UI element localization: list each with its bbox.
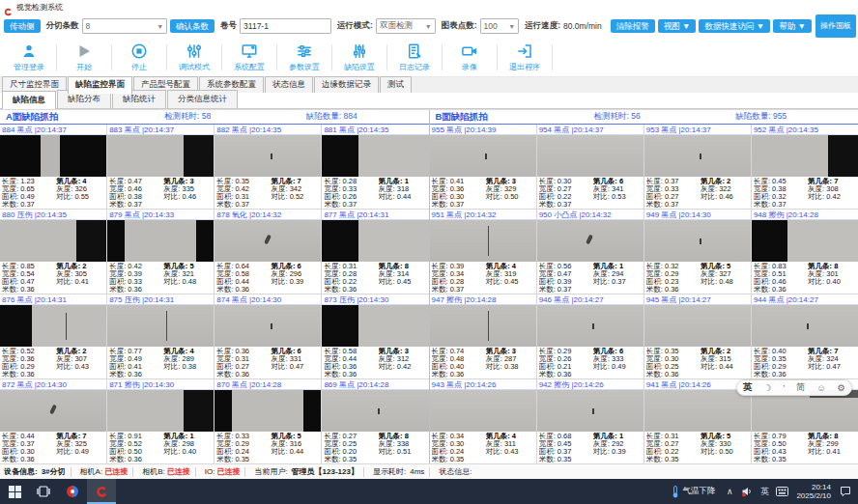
run-mode-select[interactable]: 双面检测▼ <box>376 18 436 34</box>
defect-thumbnail[interactable] <box>430 220 536 262</box>
defect-cell[interactable]: 881 黑点 |20:14:35 长度: 0.28宽度: 0.33面积: 0.2… <box>322 125 428 209</box>
keyboard-icon[interactable] <box>773 487 790 496</box>
quick-data-menu-button[interactable]: 数据快速访问 ▼ <box>699 19 770 34</box>
sub-tab-1[interactable]: 缺陷信息 <box>2 91 56 109</box>
defect-thumbnail[interactable] <box>644 220 751 262</box>
defect-cell[interactable]: 883 黑点 |20:14:37 长度: 0.47宽度: 0.46面积: 0.3… <box>107 125 214 209</box>
defect-thumbnail[interactable] <box>214 135 321 177</box>
ime-lang-toggle[interactable]: 英 <box>743 381 753 394</box>
defect-thumbnail[interactable] <box>537 135 644 177</box>
defect-cell[interactable]: 870 黑点 |20:14:28 长度: 0.33宽度: 0.29面积: 0.2… <box>214 379 321 463</box>
roll-number-input[interactable] <box>240 18 331 34</box>
defect-cell[interactable]: 942 擦伤 |20:14:26 长度: 0.68宽度: 0.45面积: 0.3… <box>537 379 644 463</box>
defect-cell[interactable]: 875 压伤 |20:14:31 长度: 0.77宽度: 0.49面积: 0.4… <box>107 294 214 378</box>
defect-cell[interactable]: 879 黑点 |20:14:33 长度: 0.42宽度: 0.39面积: 0.3… <box>107 210 214 294</box>
action-button-10[interactable]: 退出程序 <box>498 39 552 76</box>
defect-thumbnail[interactable] <box>107 390 214 432</box>
defect-thumbnail[interactable] <box>107 305 214 347</box>
defect-thumbnail[interactable] <box>322 390 428 432</box>
defect-cell[interactable]: 949 黑点 |20:14:30 长度: 0.32宽度: 0.29面积: 0.2… <box>644 210 751 294</box>
defect-cell[interactable]: 877 黑点 |20:14:31 长度: 0.31宽度: 0.28面积: 0.2… <box>322 210 428 294</box>
defect-cell[interactable]: 874 黑点 |20:14:30 长度: 0.36宽度: 0.31面积: 0.2… <box>214 294 321 378</box>
action-button-4[interactable]: 调试模式 <box>167 39 221 76</box>
defect-thumbnail[interactable] <box>430 135 536 177</box>
defect-thumbnail[interactable] <box>537 390 644 432</box>
defect-cell[interactable]: 954 黑点 |20:14:37 长度: 0.30宽度: 0.27面积: 0.2… <box>537 125 644 209</box>
defect-thumbnail[interactable] <box>752 220 858 262</box>
start-button[interactable] <box>0 479 29 504</box>
weather-widget[interactable]: 气温下降 <box>666 479 721 504</box>
notification-center-icon[interactable] <box>837 486 854 497</box>
defect-cell[interactable]: 948 擦伤 |20:14:28 长度: 0.83宽度: 0.51面积: 0.4… <box>752 210 858 294</box>
action-button-9[interactable]: 录像 <box>443 39 497 76</box>
defect-cell[interactable]: 872 黑点 |20:14:30 长度: 0.44宽度: 0.37面积: 0.3… <box>0 379 106 463</box>
action-button-3[interactable]: 停止 <box>112 39 166 76</box>
defect-thumbnail[interactable] <box>752 135 858 177</box>
defect-cell[interactable]: 876 黑点 |20:14:31 长度: 0.52宽度: 0.36面积: 0.2… <box>0 294 106 378</box>
defect-thumbnail[interactable] <box>537 305 644 347</box>
defect-cell[interactable]: 947 擦伤 |20:14:28 长度: 0.74宽度: 0.48面积: 0.4… <box>430 294 536 378</box>
defect-thumbnail[interactable] <box>0 390 106 432</box>
action-button-5[interactable]: 系统配置 <box>222 39 276 76</box>
taskbar-app-icon[interactable] <box>58 479 87 504</box>
main-tab-2[interactable]: 缺陷监控界面 <box>68 76 132 94</box>
sub-tab-4[interactable]: 分类信息统计 <box>167 90 238 108</box>
defect-cell[interactable]: 871 擦伤 |20:14:30 长度: 0.91宽度: 0.52面积: 0.5… <box>107 379 214 463</box>
defect-thumbnail[interactable] <box>107 220 214 262</box>
defect-thumbnail[interactable] <box>0 135 106 177</box>
action-button-6[interactable]: 参数设置 <box>277 39 331 76</box>
defect-thumbnail[interactable] <box>322 220 428 262</box>
defect-thumbnail[interactable] <box>430 390 536 432</box>
defect-thumbnail[interactable] <box>644 305 751 347</box>
defect-cell[interactable]: 945 黑点 |20:14:27 长度: 0.35宽度: 0.30面积: 0.2… <box>644 294 751 378</box>
ime-punct-toggle[interactable]: ’ <box>783 382 785 393</box>
chart-points-select[interactable]: 100▼ <box>480 18 520 34</box>
action-button-1[interactable]: 管理登录 <box>2 39 56 76</box>
defect-cell[interactable]: 951 黑点 |20:14:32 长度: 0.39宽度: 0.34面积: 0.2… <box>430 210 536 294</box>
action-button-7[interactable]: 缺陷设置 <box>332 39 386 76</box>
ime-moon-icon[interactable]: ☽ <box>763 382 772 393</box>
defect-thumbnail[interactable] <box>0 305 106 347</box>
ime-language-indicator[interactable]: 英 <box>756 486 773 498</box>
ime-toolbar[interactable]: 英☽’简☺⚙ <box>736 379 852 396</box>
main-tab-6[interactable]: 边缘数据记录 <box>314 76 379 93</box>
operation-panel-button[interactable]: 操作面板 <box>815 14 856 38</box>
action-button-2[interactable]: 开始 <box>57 39 111 76</box>
task-view-button[interactable] <box>29 479 58 504</box>
defect-cell[interactable]: 952 黑点 |20:14:35 长度: 0.45宽度: 0.38面积: 0.3… <box>752 125 858 209</box>
ime-simplified-toggle[interactable]: 简 <box>796 381 806 394</box>
defect-cell[interactable]: 944 黑点 |20:14:27 长度: 0.40宽度: 0.35面积: 0.2… <box>752 294 858 378</box>
defect-cell[interactable]: 946 黑点 |20:14:27 长度: 0.29宽度: 0.26面积: 0.2… <box>537 294 644 378</box>
defect-cell[interactable]: 880 压伤 |20:14:35 长度: 0.85宽度: 0.54面积: 0.4… <box>0 210 106 294</box>
defect-cell[interactable]: 941 黑点 |20:14:26 长度: 0.31宽度: 0.27面积: 0.2… <box>644 379 751 463</box>
defect-thumbnail[interactable] <box>430 305 536 347</box>
defect-thumbnail[interactable] <box>214 390 321 432</box>
defect-thumbnail[interactable] <box>0 220 106 262</box>
defect-cell[interactable]: 943 黑点 |20:14:26 长度: 0.34宽度: 0.30面积: 0.2… <box>430 379 536 463</box>
defect-cell[interactable]: 878 氧化 |20:14:32 长度: 0.64宽度: 0.58面积: 0.4… <box>214 210 321 294</box>
defect-thumbnail[interactable] <box>752 390 858 432</box>
taskbar-clock[interactable]: 20:14 2025/2/10 <box>790 483 837 500</box>
defect-cell[interactable]: 882 黑点 |20:14:35 长度: 0.35宽度: 0.42面积: 0.3… <box>214 125 321 209</box>
defect-thumbnail[interactable] <box>322 135 428 177</box>
ime-emoji-icon[interactable]: ☺ <box>816 382 826 393</box>
confirm-count-button[interactable]: 确认条数 <box>170 19 214 34</box>
defect-thumbnail[interactable] <box>644 390 751 432</box>
defect-cell[interactable]: 884 黑点 |20:14:37 长度: 1.23宽度: 0.65面积: 0.4… <box>0 125 106 209</box>
defect-thumbnail[interactable] <box>752 305 858 347</box>
ime-settings-gear-icon[interactable]: ⚙ <box>838 382 846 393</box>
clear-alarm-button[interactable]: 清除报警 <box>611 19 655 34</box>
help-menu-button[interactable]: 帮助 ▼ <box>773 19 812 34</box>
defect-cell[interactable]: 869 黑点 |20:14:28 长度: 0.27宽度: 0.25面积: 0.2… <box>322 379 428 463</box>
defect-cell[interactable]: 873 压伤 |20:14:30 长度: 0.58宽度: 0.44面积: 0.3… <box>322 294 428 378</box>
drive-side-button[interactable]: 传动侧 <box>4 19 41 34</box>
tray-expand-chevron[interactable]: ∧ <box>721 487 738 496</box>
main-tab-5[interactable]: 状态信息 <box>265 76 313 93</box>
defect-thumbnail[interactable] <box>214 220 321 262</box>
slit-count-select[interactable]: 8▼ <box>82 18 168 34</box>
view-menu-button[interactable]: 视图 ▼ <box>658 19 697 34</box>
taskbar-active-app-icon[interactable] <box>87 479 116 504</box>
defect-cell[interactable]: 950 小凸点 |20:14:32 长度: 0.56宽度: 0.47面积: 0.… <box>537 210 644 294</box>
action-button-8[interactable]: 日志记录 <box>387 39 442 76</box>
defect-thumbnail[interactable] <box>214 305 321 347</box>
